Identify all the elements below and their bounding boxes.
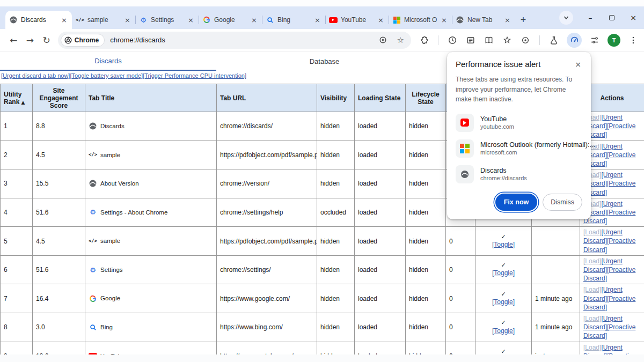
tab-close-icon[interactable]: ×: [250, 16, 258, 24]
tab-search-button[interactable]: [559, 11, 573, 25]
table-row: 651.6⚙Settingschrome://settings/hiddenlo…: [1, 255, 644, 284]
popup-title: Performance issue alert: [456, 60, 540, 69]
popup-tab-item: Microsoft Outlook (formerly Hotmail):...…: [456, 136, 582, 161]
maximize-button[interactable]: [601, 6, 623, 29]
browser-tab-new-tab[interactable]: New Tab×: [452, 11, 515, 29]
popup-item-title: YouTube: [480, 115, 514, 123]
cell-tab-url: chrome://settings/: [217, 255, 317, 284]
popup-body-text: These tabs are using extra resources. To…: [456, 75, 582, 105]
extensions-puzzle-icon[interactable]: [419, 35, 429, 46]
minimize-button[interactable]: –: [580, 6, 601, 29]
column-header-loading-state[interactable]: Loading State: [355, 84, 406, 112]
globe-icon: [89, 122, 97, 130]
back-button[interactable]: ←: [5, 32, 22, 49]
reader-book-icon[interactable]: [484, 35, 494, 46]
google-icon: [202, 16, 211, 24]
popup-close-icon[interactable]: ×: [574, 60, 582, 69]
cell-tab-url: https://pdfobject.com/pdf/sample.p: [217, 141, 317, 169]
cell-tab-title: ⚙Settings - About Chrome: [85, 198, 217, 227]
bing-icon: [266, 16, 274, 24]
globe-icon: [9, 16, 18, 24]
browser-tab-youtube[interactable]: YouTube×: [325, 11, 389, 29]
cell-loading-state: loaded: [355, 112, 406, 141]
checkmark-icon: ✓: [479, 262, 528, 269]
fix-now-button[interactable]: Fix now: [495, 194, 538, 211]
popup-item-title: Discards: [480, 167, 527, 174]
tab-close-icon[interactable]: ×: [60, 16, 68, 24]
history-clock-icon[interactable]: [447, 35, 458, 46]
browser-tab-settings[interactable]: ⚙Settings×: [135, 11, 199, 29]
battery-saver-link[interactable]: [Toggle battery saver mode]: [70, 72, 143, 79]
toggle-auto-discardable-link[interactable]: [Toggle]: [492, 241, 515, 248]
cell-tab-url: https://pdfobject.com/pdf/sample.p: [217, 227, 317, 256]
tune-icon[interactable]: [589, 35, 600, 46]
new-tab-button[interactable]: +: [515, 12, 531, 28]
tab-title-text: Settings - About Chrome: [100, 209, 167, 216]
cell-utility-rank: 8: [1, 313, 33, 342]
dismiss-button[interactable]: Dismiss: [543, 194, 582, 211]
browser-tab-sample[interactable]: </>sample×: [72, 11, 135, 29]
checkmark-icon: ✓: [479, 319, 528, 327]
url-text[interactable]: chrome://discards: [110, 36, 165, 44]
address-bar[interactable]: Chrome chrome://discards ☆: [58, 32, 411, 49]
tab-database[interactable]: Database: [216, 51, 433, 71]
browser-tab-google[interactable]: Google×: [199, 11, 262, 29]
load-link[interactable]: [Load]: [583, 286, 601, 293]
tab-close-icon[interactable]: ×: [187, 16, 195, 24]
kebab-menu-icon[interactable]: [628, 35, 639, 46]
cell-visibility: hidden: [317, 112, 355, 141]
cell-last-active: [532, 255, 580, 284]
table-row: 83.0Binghttps://www.bing.com/hiddenloade…: [1, 313, 644, 342]
tab-close-icon[interactable]: ×: [440, 16, 448, 24]
browser-tab-discards[interactable]: Discards×: [5, 11, 72, 29]
tab-title-text: Bing: [100, 323, 113, 331]
cell-loading-state: loaded: [355, 227, 406, 256]
reading-list-icon[interactable]: [465, 35, 476, 46]
forward-button[interactable]: →: [22, 32, 39, 49]
urgent-discard-link[interactable]: [Urgent discard a tab now]: [1, 72, 70, 79]
popup-item-subtitle: chrome://discards: [480, 175, 527, 181]
tab-title-text: Settings: [100, 266, 123, 274]
cell-engagement-score: 15.5: [33, 169, 85, 198]
toggle-auto-discardable-link[interactable]: [Toggle]: [492, 327, 515, 335]
toggle-auto-discardable-link[interactable]: [Toggle]: [492, 298, 515, 306]
cell-auto-discardable: ✓[Toggle]: [475, 227, 532, 256]
microsoft-icon: [392, 16, 401, 24]
browser-tab-bing[interactable]: Bing×: [262, 11, 325, 29]
column-header-utility-rank[interactable]: Utility Rank ▲: [1, 84, 33, 112]
bookmark-star-icon[interactable]: ☆: [397, 35, 404, 45]
column-header-site-engagement-score[interactable]: Site Engagement Score: [33, 84, 85, 112]
cell-visibility: occluded: [317, 198, 355, 227]
cell-utility-rank: 7: [1, 284, 33, 313]
column-header-lifecycle-state[interactable]: Lifecycle State: [406, 84, 446, 112]
load-link[interactable]: [Load]: [583, 257, 601, 265]
browser-tab-label: New Tab: [467, 16, 500, 24]
labs-flask-icon[interactable]: [548, 35, 559, 46]
lens-search-icon[interactable]: [520, 35, 531, 46]
profile-avatar[interactable]: T: [608, 34, 620, 47]
tab-close-icon[interactable]: ×: [377, 16, 385, 24]
browser-toolbar: ← → ↻ Chrome chrome://discards ☆: [0, 29, 644, 51]
cpu-intervention-link[interactable]: [Trigger Performance CPU intervention]: [143, 72, 246, 79]
tab-close-icon[interactable]: ×: [123, 16, 131, 24]
performance-speedometer-icon[interactable]: [567, 33, 582, 48]
cell-utility-rank: 3: [1, 169, 33, 198]
load-link[interactable]: [Load]: [583, 228, 601, 236]
tab-close-icon[interactable]: ×: [503, 16, 511, 24]
tab-close-icon[interactable]: ×: [313, 16, 321, 24]
tab-discards[interactable]: Discards: [0, 51, 216, 71]
camera-lens-icon[interactable]: [378, 35, 389, 46]
column-header-visibility[interactable]: Visibility: [317, 84, 355, 112]
column-header-tab-url[interactable]: Tab URL: [217, 84, 317, 112]
load-link[interactable]: [Load]: [583, 315, 601, 322]
column-header-tab-title[interactable]: Tab Title: [85, 84, 217, 112]
site-chip[interactable]: Chrome: [61, 34, 105, 47]
close-window-button[interactable]: ×: [623, 6, 644, 29]
favorites-star-icon[interactable]: [502, 35, 513, 46]
toggle-auto-discardable-link[interactable]: [Toggle]: [492, 269, 515, 277]
tab-title-text: Discards: [100, 122, 125, 130]
cell-engagement-score: 3.0: [33, 313, 85, 342]
reload-button[interactable]: ↻: [38, 32, 55, 49]
browser-tab-microsoft-o[interactable]: Microsoft O×: [389, 11, 452, 29]
load-link[interactable]: [Load]: [583, 344, 601, 351]
